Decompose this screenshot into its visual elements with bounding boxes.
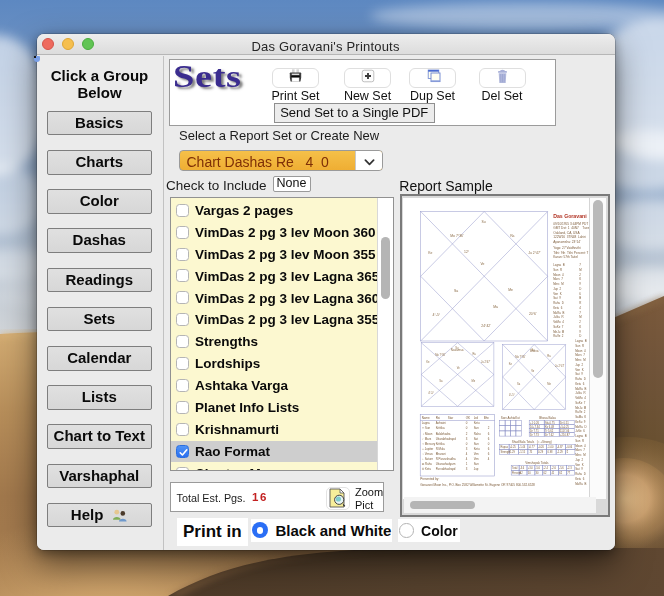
svg-text:0.98: 0.98 (547, 450, 553, 454)
svg-text:0.29: 0.29 (538, 450, 544, 454)
svg-text:+210.87: +210.87 (560, 433, 570, 437)
svg-text:Uttarashadyam: Uttarashadyam (435, 462, 455, 466)
svg-text:Uttarabhadrapd: Uttarabhadrapd (435, 437, 455, 441)
svg-text:6: 6 (487, 452, 489, 456)
svg-text:VeMo 4: VeMo 4 (553, 320, 564, 324)
svg-text:Rahu: Rahu (473, 432, 480, 436)
svg-text:Balabhadra: Balabhadra (435, 432, 450, 436)
svg-text:Presented by:: Presented by: (420, 477, 439, 481)
svg-text:♄ Saturn: ♄ Saturn (421, 457, 433, 461)
svg-text:-1.00: -1.00 (547, 445, 553, 449)
svg-text:Lagna: Lagna (421, 421, 429, 425)
svg-text:Merc M: Merc M (575, 453, 586, 457)
svg-text:Moon 4: Moon 4 (575, 349, 586, 353)
svg-text:1117.06: 1117.06 (560, 429, 570, 433)
svg-text:♀ Venus: ♀ Venus (421, 452, 433, 456)
svg-text:-0.25: -0.25 (510, 445, 516, 449)
svg-text:.75: .75 (528, 450, 532, 454)
svg-text:Me: Me (547, 382, 551, 386)
svg-text:Ve: Ve (480, 262, 484, 266)
svg-text:☿ Mercury: ☿ Mercury (421, 442, 435, 446)
svg-text:Sa: Sa (439, 379, 443, 383)
svg-text:Ayanamsha: 23°14': Ayanamsha: 23°14' (553, 240, 581, 244)
svg-text:Lagna B: Lagna B (575, 434, 587, 438)
svg-text:Sat 9: Sat 9 (553, 296, 561, 300)
svg-text:-2.6: -2.6 (551, 466, 556, 470)
svg-text:Me: Me (471, 379, 475, 383)
svg-text:-0.06: -0.06 (566, 445, 572, 449)
svg-text:4: 4 (465, 452, 467, 456)
svg-text:☋ Ketu: ☋ Ketu (421, 467, 431, 471)
svg-text:2: 2 (487, 426, 489, 430)
svg-text:OK: OK (465, 416, 469, 420)
svg-text:122W16 37N48 Lahiri: 122W16 37N48 Lahiri (553, 235, 586, 239)
svg-text:1: 1 (465, 462, 467, 466)
svg-text:3: 3 (465, 467, 467, 471)
svg-text:Ven K: Ven K (575, 463, 584, 467)
svg-text:6: 6 (487, 447, 489, 451)
svg-text:Ju 2°47': Ju 2°47' (528, 251, 541, 255)
svg-text:Lagna B: Lagna B (553, 263, 565, 267)
svg-text:6: 6 (579, 292, 581, 296)
svg-text:Ven: Ven (473, 452, 478, 456)
svg-text:Yoga: 27 Vaidhruthi: Yoga: 27 Vaidhruthi (553, 246, 581, 250)
svg-text:☊ Rahu: ☊ Rahu (421, 462, 432, 466)
svg-text:0: 0 (465, 442, 467, 446)
svg-text:-5.6: -5.6 (559, 466, 564, 470)
svg-text:0: 0 (465, 421, 467, 425)
svg-text:Lagna B: Lagna B (575, 339, 587, 343)
svg-text:6: 6 (487, 437, 489, 441)
svg-text:Dr 7.62: Dr 7.62 (545, 433, 554, 437)
svg-text:Jup: Jup (473, 467, 478, 471)
svg-text:Ketu: Ketu (473, 447, 479, 451)
svg-text:Ra: Ra (472, 352, 476, 356)
svg-text:Sa: Sa (454, 289, 458, 293)
svg-text:-1.44: -1.44 (519, 445, 525, 449)
svg-text:Ven: Ven (473, 457, 478, 461)
svg-text:2: 2 (465, 432, 467, 436)
svg-text:Su: Su (455, 346, 459, 350)
svg-text:MaRa B: MaRa B (575, 387, 586, 391)
svg-text:Das Goravani: Das Goravani (553, 213, 587, 219)
svg-text:Goravani Moon Inc., P.O. Box 2: Goravani Moon Inc., P.O. Box 2582 Willam… (420, 483, 535, 487)
svg-text:MaRa B: MaRa B (553, 311, 564, 315)
svg-text:Vimshopak Totals: Vimshopak Totals (525, 461, 549, 465)
svg-text:7: 7 (579, 263, 581, 267)
svg-text:Ra: Ra (510, 234, 514, 238)
svg-text:+1 0.26: +1 0.26 (530, 421, 540, 425)
svg-text:Mars 7: Mars 7 (575, 448, 585, 452)
svg-text:D: D (579, 287, 581, 291)
svg-text:50: 50 (527, 471, 530, 475)
svg-text:Oakland, CA, USA: Oakland, CA, USA (553, 231, 580, 235)
svg-text:Ve: Ve (531, 369, 535, 373)
svg-text:Mars 7: Mars 7 (553, 277, 563, 281)
svg-text:2: 2 (579, 320, 581, 324)
svg-text:3: 3 (465, 437, 467, 441)
svg-text:-1.15: -1.15 (519, 450, 525, 454)
svg-text:62: 62 (559, 471, 562, 475)
svg-text:RaVe 2: RaVe 2 (575, 410, 586, 414)
svg-text:-5.6: -5.6 (535, 466, 540, 470)
svg-text:Sun: Sun (473, 426, 479, 430)
svg-text:MeJu M: MeJu M (575, 406, 587, 410)
svg-text:Rahu D: Rahu D (575, 472, 586, 476)
svg-text:⁄2: ⁄2 (565, 450, 568, 454)
svg-text:GMT Dst: 1 40N7 Tuesda: GMT Dst: 1 40N7 Tuesda (553, 226, 593, 230)
svg-text:VeMo 4: VeMo 4 (575, 396, 586, 400)
svg-text:0: 0 (487, 442, 489, 446)
svg-text:-0.20: -0.20 (538, 445, 544, 449)
svg-text:4°-5°: 4°-5° (509, 393, 515, 397)
svg-text:Bhava Balas: Bhava Balas (539, 416, 556, 420)
svg-text:10+7.34: 10+7.34 (530, 425, 540, 429)
svg-text:3: 3 (465, 447, 467, 451)
svg-text:77: 77 (567, 471, 570, 475)
svg-text:MoRa D: MoRa D (575, 425, 586, 429)
svg-text:Su: Su (531, 348, 535, 352)
svg-text:Name: Name (421, 416, 429, 420)
svg-text:4: 4 (487, 457, 489, 461)
svg-text:Dr 7.73: Dr 7.73 (530, 433, 539, 437)
svg-text:♃ Jupiter: ♃ Jupiter (421, 447, 433, 451)
svg-text:JuSa R: JuSa R (575, 391, 585, 395)
svg-text:Ven K: Ven K (553, 292, 562, 296)
svg-text:Merc M: Merc M (553, 282, 564, 286)
